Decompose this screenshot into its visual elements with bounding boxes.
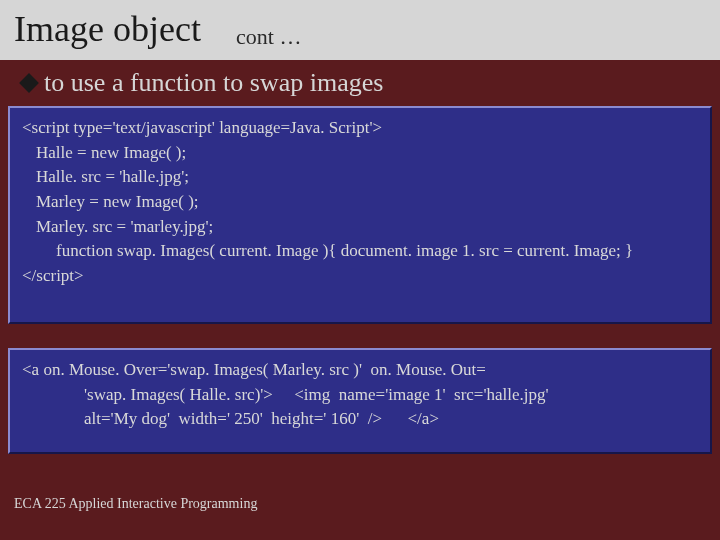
bullet-text: to use a function to swap images (44, 68, 383, 98)
code-block-2: <a on. Mouse. Over='swap. Images( Marley… (8, 348, 712, 454)
slide-subtitle: cont … (236, 24, 301, 50)
code-line: Marley = new Image( ); (22, 190, 698, 215)
bullet-item: to use a function to swap images (22, 68, 383, 98)
diamond-bullet-icon (19, 73, 39, 93)
slide-title: Image object (14, 8, 201, 50)
slide-footer: ECA 225 Applied Interactive Programming (14, 496, 257, 512)
code-line: function swap. Images( current. Image ){… (22, 239, 698, 264)
code-line: Halle = new Image( ); (22, 141, 698, 166)
code-line: 'swap. Images( Halle. src)'> <img name='… (22, 383, 698, 408)
code-line: </script> (22, 264, 698, 289)
slide: Image object cont … to use a function to… (0, 0, 720, 540)
code-line: Halle. src = 'halle.jpg'; (22, 165, 698, 190)
code-line: <a on. Mouse. Over='swap. Images( Marley… (22, 358, 698, 383)
code-line: Marley. src = 'marley.jpg'; (22, 215, 698, 240)
code-line: <script type='text/javascript' language=… (22, 116, 698, 141)
code-block-1: <script type='text/javascript' language=… (8, 106, 712, 324)
code-line: alt='My dog' width=' 250' height=' 160' … (22, 407, 698, 432)
